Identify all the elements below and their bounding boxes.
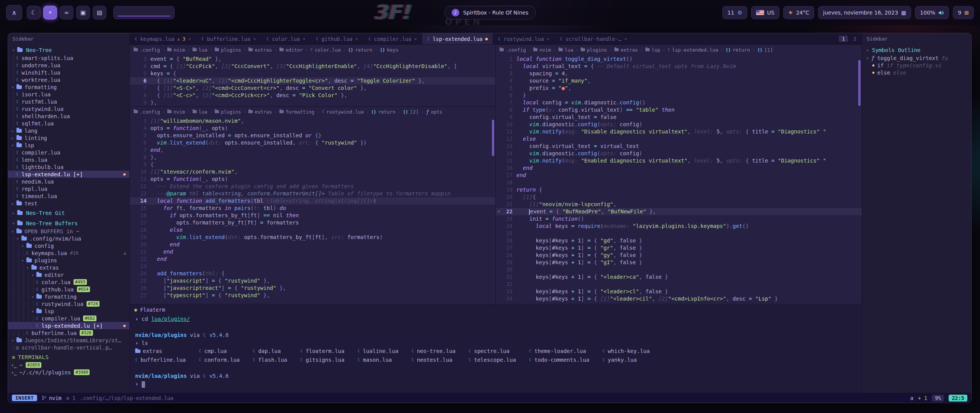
- launcher-button[interactable]: ∧: [6, 5, 22, 20]
- floaterm-body[interactable]: › cd lua/plugins/ nvim/lua/plugins via ☾…: [130, 315, 862, 388]
- chevron-right-icon: ▸: [11, 200, 16, 206]
- editor-pane-rustywind[interactable]: .config›nvim›lua›plugins›extras›formatti…: [130, 107, 495, 304]
- close-icon[interactable]: ×: [188, 36, 191, 42]
- tree-item[interactable]: │☾timeout.lua: [8, 192, 129, 200]
- tab-keymaps.lua[interactable]: ☾keymaps.lua⚠ 3×: [130, 33, 196, 44]
- tree-item[interactable]: │☾lightbulb.lua: [8, 163, 129, 171]
- close-icon[interactable]: ×: [302, 36, 305, 42]
- folder-icon: [36, 295, 42, 299]
- scrollbar-handle[interactable]: [858, 60, 861, 106]
- volume-module[interactable]: 100%: [915, 6, 949, 19]
- terminals-section-header[interactable]: ≡ TERMINALS: [8, 353, 129, 361]
- window-count-module[interactable]: 11 ⚙: [722, 6, 747, 19]
- tree-item[interactable]: │☾lsp-extended.lu [+]●: [8, 171, 129, 178]
- keyboard-layout-module[interactable]: US: [751, 6, 779, 19]
- tree-item[interactable]: ›_~/.c/n/l/plugins#3980: [8, 369, 129, 376]
- tree-item[interactable]: │││││☾compiler.lua#682: [8, 315, 129, 322]
- editor-pane-color[interactable]: .config›nvim›lua›plugins›extras›editor›☾…: [130, 45, 495, 107]
- floaterm-pane[interactable]: ◉ Floaterm › cd lua/plugins/ nvim/lua/pl…: [130, 304, 862, 393]
- code-buffer[interactable]: 1local function toggle_diag_virtext()2 l…: [496, 55, 862, 302]
- neotree-buffers-section-header[interactable]: ▾ Neo-Tree Buffers: [8, 219, 129, 228]
- breadcrumb-segment: nvim: [539, 47, 551, 53]
- search-pill[interactable]: [113, 6, 175, 19]
- tree-item[interactable]: ▾formatting: [8, 83, 129, 91]
- tree-item[interactable]: │☾isort.lua: [8, 91, 129, 98]
- function-icon: ƒ: [426, 109, 429, 115]
- tab-bufferline.lua[interactable]: ☾bufferline.lua×: [196, 33, 261, 44]
- tree-item[interactable]: │☾winshift.lua: [8, 69, 129, 76]
- close-icon[interactable]: ×: [414, 36, 417, 42]
- flash-button[interactable]: ⚡: [43, 6, 57, 20]
- tree-item[interactable]: │☾smart-splits.lua: [8, 54, 129, 62]
- apps-module[interactable]: 9 ⊞: [953, 6, 974, 19]
- tab-color.lua[interactable]: ☾color.lua×: [261, 33, 311, 44]
- tree-item[interactable]: │☾worktree.lua: [8, 76, 129, 83]
- tree-item[interactable]: ││││▾formatting: [8, 293, 129, 300]
- outline-item[interactable]: ◆elseelse: [862, 69, 971, 76]
- notification-pill[interactable]: ♪ Spiritbox - Rule Of Nines: [444, 6, 536, 20]
- code-buffer[interactable]: 3[1]"williamboman/mason.nvim",4opts = fu…: [130, 117, 495, 299]
- tree-item[interactable]: │││☾bufferline.lua#328: [8, 329, 129, 337]
- tree-item-label: lsp: [24, 142, 34, 148]
- line-number: 19: [502, 186, 516, 193]
- tab-lsp-extended.lua[interactable]: ☾lsp-extended.lua●: [422, 33, 493, 44]
- neotree-section-header[interactable]: ▾ Neo-Tree: [8, 46, 129, 54]
- tree-item[interactable]: ││▾config: [8, 242, 129, 249]
- tree-item[interactable]: ▸test: [8, 200, 129, 207]
- tree-item[interactable]: ▾OPEN BUFFERS in ~: [8, 228, 129, 235]
- tabpage-2[interactable]: 2: [850, 36, 859, 42]
- tree-item[interactable]: │▤scrollbar-handle-vertical.p…: [8, 344, 129, 351]
- tab-rustywind.lua[interactable]: ☾rustywind.lua×: [493, 33, 555, 44]
- tree-item[interactable]: │☾rustfmt.lua: [8, 98, 129, 105]
- close-icon[interactable]: ×: [355, 36, 358, 42]
- tree-item[interactable]: ││││▾editor: [8, 271, 129, 278]
- git-branch[interactable]: nvim: [42, 395, 62, 401]
- close-icon[interactable]: ×: [547, 36, 550, 42]
- status-dot-icon: ●: [123, 324, 126, 328]
- tree-item[interactable]: ▾lsp: [8, 141, 129, 149]
- tree-item[interactable]: ▾Juegos/Indies/SteamLibrary/st…: [8, 337, 129, 344]
- close-icon[interactable]: ×: [253, 36, 256, 42]
- editor-pane-lsp-extended[interactable]: .config›nvim›lua›plugins›extras›lsp›☾lsp…: [496, 45, 862, 304]
- temperature-module[interactable]: ☀ 24°C: [783, 6, 814, 19]
- tree-item[interactable]: │☾rustywind.lua: [8, 105, 129, 112]
- tree-item[interactable]: │││☾keymaps.lua#10⚠: [8, 249, 129, 257]
- chevron-separator: ›: [398, 109, 401, 115]
- tree-item[interactable]: ›_~#2859: [8, 361, 129, 369]
- tree-item[interactable]: ││▾plugins: [8, 257, 129, 264]
- tree-item[interactable]: │││▾extras: [8, 264, 129, 271]
- tree-item[interactable]: │☾shellharden.lua: [8, 112, 129, 120]
- tree-item[interactable]: │││││☾lsp-extended.lu [+]●: [8, 322, 129, 329]
- close-icon[interactable]: ×: [624, 36, 627, 42]
- tree-item[interactable]: │││││☾color.lua#493: [8, 278, 129, 286]
- outline-item[interactable]: ◆ifif type(config.vi: [862, 62, 971, 69]
- tab-github.lua[interactable]: ☾github.lua×: [311, 33, 363, 44]
- tree-item[interactable]: │☾sqlfmt.lua: [8, 120, 129, 127]
- scrollbar-handle[interactable]: [492, 120, 494, 156]
- tree-item[interactable]: │☾undotree.lua: [8, 62, 129, 69]
- tree-item[interactable]: │││││☾github.lua#654: [8, 286, 129, 293]
- tab-scrollbar-handle-…[interactable]: ☾scrollbar-handle-…×: [555, 33, 632, 44]
- tree-item[interactable]: │☾repl.lua: [8, 185, 129, 192]
- link-button[interactable]: ∞: [60, 6, 74, 20]
- copy-button[interactable]: ▣: [76, 6, 90, 20]
- line-number: 6: [502, 92, 516, 99]
- tab-compiler.lua[interactable]: ☾compiler.lua×: [364, 33, 423, 44]
- outline-item[interactable]: ▾ƒtoggle_diag_virtextfu: [862, 54, 971, 62]
- tree-item[interactable]: │││││☾rustywind.lua#726: [8, 300, 129, 307]
- tree-item[interactable]: │▾.config/nvim/lua: [8, 235, 129, 242]
- code-buffer[interactable]: 3event = { "BufRead" },4cmd = { [1]"CccP…: [130, 55, 495, 106]
- tree-item[interactable]: │☾neodim.lua: [8, 178, 129, 185]
- tree-item[interactable]: ▸lang: [8, 127, 129, 134]
- tree-item[interactable]: │☾lens.lua: [8, 156, 129, 163]
- tabpage-1[interactable]: 1: [839, 36, 848, 42]
- tree-item[interactable]: ▸linting: [8, 134, 129, 141]
- folder-icon: [134, 48, 138, 51]
- date-module[interactable]: jueves, noviembre 16, 2023 ▦: [818, 6, 911, 19]
- tree-item[interactable]: ││││▾lsp: [8, 307, 129, 315]
- neotree-git-section-header[interactable]: ▸ Neo-Tree Git: [8, 209, 129, 217]
- tree-item[interactable]: │☾compiler.lua: [8, 149, 129, 156]
- symbols-outline-header[interactable]: ▾ Symbols Outline: [862, 46, 971, 54]
- doc-button[interactable]: ▤: [93, 6, 106, 20]
- moon-button[interactable]: ☾: [27, 6, 41, 20]
